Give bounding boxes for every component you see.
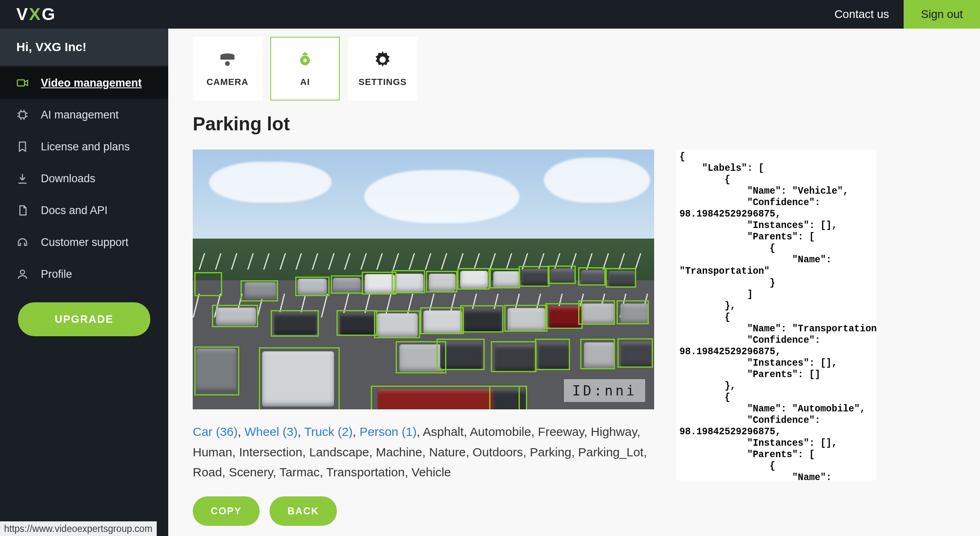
svg-rect-0 — [18, 80, 25, 86]
svg-rect-1 — [20, 112, 26, 118]
sidebar-item-downloads[interactable]: Downloads — [0, 163, 168, 194]
user-icon — [16, 267, 29, 281]
detection-box — [580, 339, 615, 369]
tab-label: AI — [300, 77, 310, 87]
sidebar-item-video-management[interactable]: Video management — [0, 67, 168, 99]
tab-bar: CAMERA AI SETTINGS — [193, 37, 956, 100]
tab-camera[interactable]: CAMERA — [193, 37, 262, 100]
detection-box — [578, 300, 615, 325]
detection-box — [374, 310, 420, 338]
sidebar-item-label: Profile — [41, 268, 72, 281]
sidebar-item-label: Downloads — [41, 172, 96, 185]
page-title: Parking lot — [193, 113, 956, 135]
upgrade-button[interactable]: UPGRADE — [18, 302, 150, 336]
svg-point-5 — [225, 61, 230, 66]
ai-tab-icon — [295, 50, 315, 69]
detection-box — [519, 266, 550, 287]
bookmark-icon — [16, 140, 29, 154]
detection-box — [271, 310, 319, 337]
back-button[interactable]: BACK — [270, 496, 337, 526]
gear-icon — [373, 50, 392, 69]
detection-box — [457, 268, 490, 290]
detection-box — [617, 338, 653, 368]
sidebar-nav: Video management AI management License a… — [0, 65, 168, 290]
detection-box — [490, 268, 520, 288]
detection-tag-link[interactable]: Car (36) — [193, 425, 238, 438]
detection-preview: ID:nni — [193, 150, 654, 409]
sidebar-item-label: License and plans — [41, 141, 130, 153]
detection-box — [194, 346, 239, 395]
svg-point-7 — [303, 58, 307, 63]
detection-box — [460, 305, 503, 332]
detection-box — [489, 386, 527, 409]
detection-box — [548, 266, 576, 284]
detection-box — [535, 339, 570, 370]
tab-label: CAMERA — [207, 77, 249, 87]
sidebar-item-label: AI management — [41, 109, 119, 121]
copy-button[interactable]: COPY — [193, 496, 260, 526]
sidebar-item-docs[interactable]: Docs and API — [0, 194, 168, 226]
detection-box — [392, 270, 425, 293]
detection-tag-link[interactable]: Truck (2) — [304, 425, 353, 438]
sidebar-item-support[interactable]: Customer support — [0, 226, 168, 258]
detection-box — [194, 272, 222, 296]
detection-box — [617, 300, 649, 324]
main-content: CAMERA AI SETTINGS Parking lot — [168, 29, 980, 536]
svg-rect-4 — [220, 56, 235, 60]
sidebar-item-label: Video management — [41, 77, 142, 89]
topbar: VXG Contact us Sign out — [0, 0, 980, 29]
detection-box — [295, 277, 329, 296]
svg-point-2 — [20, 270, 24, 274]
detection-box — [212, 305, 258, 327]
sidebar-item-label: Customer support — [41, 236, 129, 249]
document-icon — [16, 203, 29, 217]
logo-text-1: V — [16, 4, 28, 24]
detection-tag-link[interactable]: Wheel (3) — [245, 425, 298, 438]
detection-box — [426, 271, 458, 293]
download-icon — [16, 172, 29, 185]
camera-tab-icon — [218, 50, 237, 69]
sidebar-item-profile[interactable]: Profile — [0, 258, 168, 290]
chip-icon — [16, 108, 29, 122]
topbar-right: Contact us Sign out — [820, 0, 980, 29]
tab-ai[interactable]: AI — [270, 37, 340, 100]
timestamp-overlay: ID:nni — [564, 379, 645, 402]
detection-tags: Car (36), Wheel (3), Truck (2), Person (… — [193, 422, 654, 482]
status-bar-url: https://www.videoexpertsgroup.com — [0, 521, 157, 536]
tab-label: SETTINGS — [359, 77, 407, 87]
svg-point-8 — [380, 57, 385, 62]
detection-box — [362, 272, 396, 295]
detection-box — [241, 280, 278, 302]
sign-out-button[interactable]: Sign out — [904, 0, 980, 29]
sidebar: Hi, VXG Inc! Video management AI managem… — [0, 29, 168, 536]
detection-box — [606, 268, 636, 288]
sidebar-item-ai-management[interactable]: AI management — [0, 99, 168, 131]
brand-logo: VXG — [16, 4, 56, 24]
detection-box — [336, 310, 377, 336]
detection-box — [259, 347, 340, 409]
detection-box — [578, 267, 606, 286]
detection-box — [437, 339, 484, 370]
tab-settings[interactable]: SETTINGS — [348, 37, 417, 100]
detection-box — [504, 305, 548, 332]
logo-accent: X — [29, 4, 41, 24]
json-output-panel[interactable]: { "Labels": [ { "Name": "Vehicle", "Conf… — [676, 150, 876, 480]
headset-icon — [16, 235, 29, 249]
detection-tag-link[interactable]: Person (1) — [359, 425, 416, 438]
detection-box — [420, 307, 464, 334]
detection-box — [491, 341, 537, 372]
greeting-text: Hi, VXG Inc! — [0, 29, 168, 65]
detection-box — [545, 303, 583, 329]
detection-box — [331, 275, 363, 294]
camera-icon — [16, 76, 29, 90]
logo-text-2: G — [42, 4, 56, 24]
sidebar-item-label: Docs and API — [41, 204, 108, 217]
contact-us-link[interactable]: Contact us — [820, 0, 904, 29]
sidebar-item-license[interactable]: License and plans — [0, 131, 168, 163]
